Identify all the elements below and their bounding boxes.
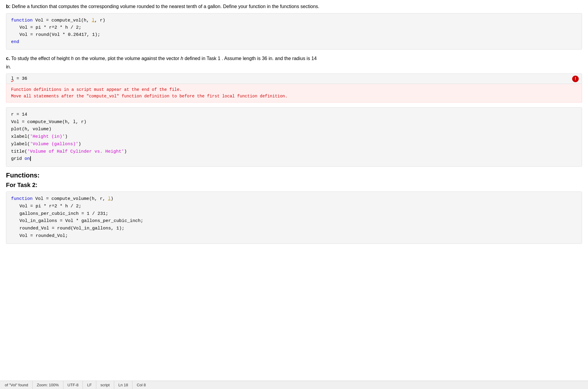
str-volume: 'Volume (gallons)': [30, 142, 78, 147]
status-eol: LF: [83, 381, 96, 389]
str-height: 'Height (in)': [30, 134, 65, 139]
section-c-label: c.: [6, 56, 10, 61]
error-icon[interactable]: !: [572, 76, 579, 82]
cb3-line2: Vol = pi * r^2 * h / 2;: [11, 203, 577, 210]
status-zoom: Zoom: 100%: [33, 381, 63, 389]
cb3-line6: Vol = rounded_Vol;: [11, 232, 577, 240]
cb2-line7: grid on: [11, 155, 577, 163]
code-text: Vol = compute_vol(h, l, r): [35, 18, 105, 23]
section-c-text2: in.: [6, 63, 582, 71]
cb2-line4: xlabel('Height (in)'): [11, 133, 577, 141]
cursor: [30, 156, 31, 161]
status-bar: of "Vol" found Zoom: 100% UTF-8 LF scrip…: [0, 381, 588, 389]
status-encoding: UTF-8: [63, 381, 83, 389]
functions-heading: Functions:: [6, 171, 582, 179]
section-b-code: function Vol = compute_vol(h, l, r) Vol …: [6, 13, 582, 50]
error-line-1: Function definitions in a script must ap…: [11, 86, 577, 93]
section-c-text: c. To study the effect of height h on th…: [6, 55, 582, 62]
assignment-text: l = 36: [11, 76, 27, 81]
kw-on: on: [25, 156, 30, 161]
cb3-line5: rounded_Vol = round(Vol_in_gallons, 1);: [11, 225, 577, 232]
cb2-line5: ylabel('Volume (gallons)'): [11, 141, 577, 148]
cb2-line1: r = 14: [11, 111, 577, 119]
l-var: l: [11, 76, 14, 81]
code-line-4: end: [11, 39, 577, 46]
section-b-label: b:: [6, 4, 10, 9]
cb3-line3: gallons_per_cubic_inch = 1 / 231;: [11, 210, 577, 218]
section-functions: Functions: For Task 2: function Vol = co…: [6, 171, 582, 244]
code-line-1: function Vol = compute_vol(h, l, r): [11, 17, 577, 24]
str-title: 'Volume of Half Cylinder vs. Height': [27, 149, 124, 154]
assignment-container: l = 36 !: [6, 73, 582, 84]
italic-h-2: h: [181, 56, 183, 61]
kw-function2: function: [11, 196, 33, 201]
section-b: b: Define a function that computes the c…: [6, 3, 582, 50]
main-content: b: Define a function that computes the c…: [0, 0, 588, 381]
error-message: Function definitions in a script must ap…: [6, 84, 582, 102]
italic-h-1: h: [71, 56, 74, 61]
status-search-result: of "Vol" found: [5, 381, 33, 389]
for-task-heading: For Task 2:: [6, 182, 582, 189]
cb3-line1: function Vol = compute_volume(h, r, l): [11, 195, 577, 203]
section-c: c. To study the effect of height h on th…: [6, 55, 582, 167]
code-block-2: r = 14 Vol = compute_Voume(h, l, r) plot…: [6, 107, 582, 167]
keyword-function: function: [11, 18, 33, 23]
status-line: Ln 18: [114, 381, 133, 389]
cb2-line3: plot(h, volume): [11, 126, 577, 133]
var-l2: l: [108, 196, 111, 201]
l-assignment[interactable]: l = 36 !: [6, 73, 582, 84]
cb2-line6: title('Volume of Half Cylinder vs. Heigh…: [11, 148, 577, 156]
code-block-3: function Vol = compute_volume(h, r, l) V…: [6, 192, 582, 244]
error-line-2: Move all statements after the "compute_v…: [11, 93, 577, 99]
section-b-text: b: Define a function that computes the c…: [6, 3, 582, 10]
cb2-line2: Vol = compute_Voume(h, l, r): [11, 119, 577, 126]
status-col: Col 8: [132, 381, 150, 389]
code-line-3: Vol = round(Vol * 0.26417, 1);: [11, 31, 577, 39]
section-b-description: Define a function that computes the corr…: [12, 4, 319, 9]
cb3-line4: Vol_in_gallons = Vol * gallons_per_cubic…: [11, 218, 577, 225]
status-file-type: script: [96, 381, 114, 389]
code-line-2: Vol = pi * r^2 * h / 2;: [11, 24, 577, 31]
